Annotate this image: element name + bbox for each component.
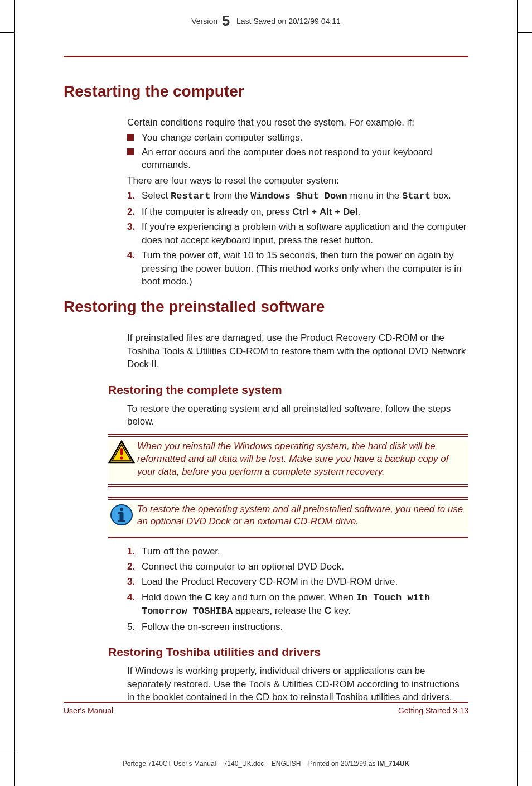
section-title-restoring: Restoring the preinstalled software xyxy=(64,298,468,316)
list-number: 2. xyxy=(127,560,135,573)
list-item: 2. If the computer is already on, press … xyxy=(127,205,468,218)
subheading-complete-system: Restoring the complete system xyxy=(108,383,468,397)
section-body-restoring: If preinstalled files are damaged, use t… xyxy=(127,331,468,370)
para-wrap: If Windows is working properly, individu… xyxy=(127,664,468,703)
header-version-number: 5 xyxy=(222,12,230,29)
warning-text: When you reinstall the Windows operating… xyxy=(137,440,468,479)
list-item: 2.Connect the computer to an optional DV… xyxy=(127,560,468,573)
list-item: 4.Turn the power off, wait 10 to 15 seco… xyxy=(127,249,468,288)
section-body-restarting: Certain conditions require that you rese… xyxy=(127,116,468,288)
page-header: Version 5 Last Saved on 20/12/99 04:11 xyxy=(15,12,517,30)
svg-rect-7 xyxy=(118,520,125,522)
list-number: 3. xyxy=(127,220,135,233)
svg-rect-2 xyxy=(120,448,123,455)
list-number: 5. xyxy=(127,620,135,633)
para: If preinstalled files are damaged, use t… xyxy=(127,331,468,370)
info-icon xyxy=(108,503,137,530)
list-item: 3.If you're experiencing a problem with … xyxy=(127,220,468,247)
svg-point-3 xyxy=(120,456,123,459)
header-prefix: Version xyxy=(191,17,217,26)
svg-rect-8 xyxy=(118,512,122,514)
svg-point-5 xyxy=(120,507,123,510)
subheading-utilities-drivers: Restoring Toshiba utilities and drivers xyxy=(108,645,468,659)
info-text: To restore the operating system and all … xyxy=(137,503,468,529)
list-number: 4. xyxy=(127,591,135,604)
warning-icon xyxy=(108,440,137,467)
footer-right: Getting Started 3-13 xyxy=(398,706,468,715)
list-item: 5.Follow the on-screen instructions. xyxy=(127,620,468,633)
list-number: 2. xyxy=(127,205,135,218)
section-title-restarting: Restarting the computer xyxy=(64,83,468,100)
para-wrap: To restore the operating system and all … xyxy=(127,402,468,428)
list-item: 1.Turn off the power. xyxy=(127,545,468,558)
steps-list: 1.Turn off the power. 2.Connect the comp… xyxy=(127,545,468,634)
list-number: 1. xyxy=(127,189,135,202)
warning-callout: When you reinstall the Windows operating… xyxy=(108,434,468,487)
list-number: 4. xyxy=(127,249,135,262)
list-item: 3.Load the Product Recovery CD-ROM in th… xyxy=(127,575,468,588)
para: There are four ways to reset the compute… xyxy=(127,174,468,187)
para: To restore the operating system and all … xyxy=(127,402,468,428)
footer-rule xyxy=(64,702,468,703)
top-rule xyxy=(64,56,468,57)
para: If Windows is working properly, individu… xyxy=(127,664,468,703)
base-footer: Portege 7140CT User's Manual – 7140_UK.d… xyxy=(15,760,517,768)
list-number: 1. xyxy=(127,545,135,558)
info-callout: To restore the operating system and all … xyxy=(108,497,468,538)
list-number: 3. xyxy=(127,575,135,588)
bullet-item: An error occurs and the computer does no… xyxy=(127,146,468,172)
page: Version 5 Last Saved on 20/12/99 04:11 R… xyxy=(14,0,518,786)
footer-left: User's Manual xyxy=(64,706,113,715)
footer-row: User's Manual Getting Started 3-13 xyxy=(64,706,468,715)
list-item: 1. Select Restart from the Windows Shut … xyxy=(127,189,468,202)
list-item: 4. Hold down the C key and turn on the p… xyxy=(127,591,468,618)
para: Certain conditions require that you rese… xyxy=(127,116,468,129)
content: Restarting the computer Certain conditio… xyxy=(64,73,468,706)
bullet-item: You change certain computer settings. xyxy=(127,131,468,144)
header-suffix: Last Saved on 20/12/99 04:11 xyxy=(236,17,341,26)
